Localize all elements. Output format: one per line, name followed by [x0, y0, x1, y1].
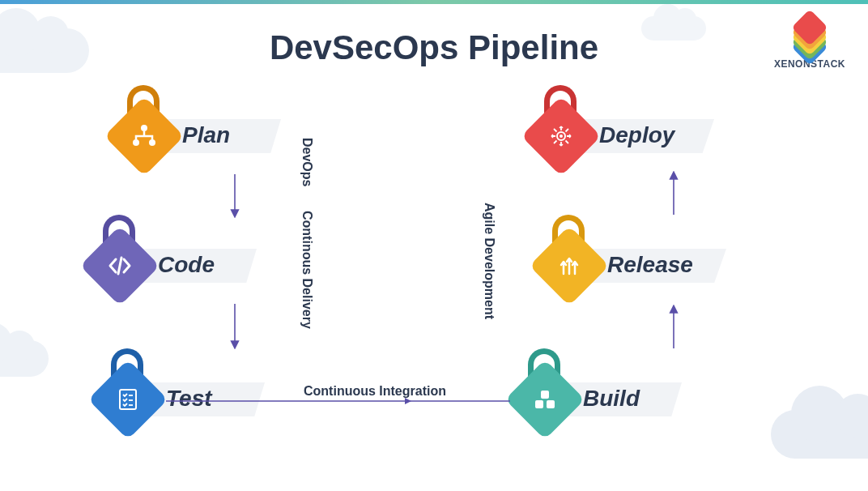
stage-code: Code [85, 215, 155, 296]
lock-icon [93, 348, 163, 429]
hierarchy-icon [130, 122, 159, 151]
brand-logo: XENONSTACK [774, 15, 845, 70]
svg-marker-15 [405, 398, 411, 404]
lock-icon [534, 215, 604, 296]
flow-label-cd: Continous Delivery [300, 211, 314, 329]
stage-plan: Plan [109, 85, 179, 166]
logo-stack-icon [788, 15, 832, 53]
svg-rect-7 [541, 391, 549, 399]
code-icon [106, 252, 134, 280]
flow-label-devops: DevOps [300, 138, 314, 186]
stage-label: Test [166, 386, 212, 412]
flow-label-ci: Continuous Integration [304, 384, 446, 399]
cloud-decoration [0, 340, 49, 377]
stage-test: Test [93, 348, 163, 429]
page-title: DevSecOps Pipeline [0, 28, 868, 67]
stage-build: Build [510, 348, 580, 429]
svg-point-0 [141, 125, 147, 131]
top-gradient-bar [0, 0, 868, 4]
cloud-decoration [771, 410, 868, 459]
flow-label-agile: Agile Development [482, 203, 496, 319]
arrows-up-icon [556, 253, 582, 279]
stage-label: Plan [182, 122, 230, 148]
blocks-icon [532, 386, 558, 412]
svg-rect-8 [535, 400, 543, 408]
lock-icon [510, 348, 580, 429]
stage-deploy: Deploy [526, 85, 596, 166]
svg-rect-3 [120, 390, 136, 409]
gear-expand-icon [547, 122, 575, 150]
svg-rect-9 [547, 400, 555, 408]
svg-point-11 [560, 134, 563, 138]
stage-label: Build [583, 386, 640, 412]
stage-label: Deploy [599, 122, 674, 148]
lock-icon [526, 85, 596, 166]
stage-release: Release [534, 215, 604, 296]
svg-point-2 [149, 139, 155, 146]
svg-point-1 [133, 139, 139, 146]
checklist-icon [115, 386, 141, 412]
lock-icon [85, 215, 155, 296]
stage-label: Code [158, 252, 215, 278]
stage-label: Release [607, 252, 693, 278]
lock-icon [109, 85, 179, 166]
